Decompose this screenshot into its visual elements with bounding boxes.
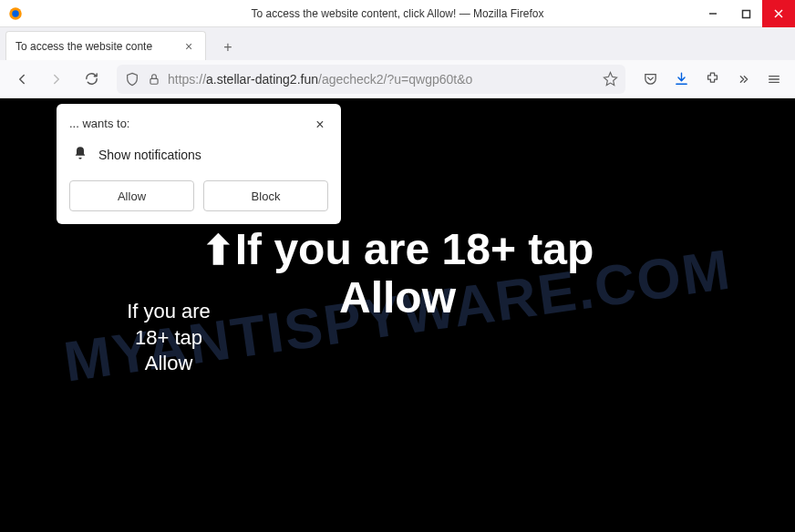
svg-rect-3 [742,10,749,17]
window-title: To access the website content, click All… [252,7,544,20]
close-button[interactable] [762,0,795,27]
notification-close-icon[interactable]: × [312,117,328,133]
reload-button[interactable] [77,65,106,94]
download-icon[interactable] [667,66,695,93]
pocket-icon[interactable] [636,66,664,93]
allow-button[interactable]: Allow [69,180,194,211]
svg-rect-6 [150,78,158,84]
minimize-button[interactable] [697,0,729,27]
block-button[interactable]: Block [203,180,328,211]
url-bar[interactable]: https://a.stellar-dating2.fun/agecheck2/… [117,65,625,94]
menu-icon[interactable] [760,66,788,93]
extensions-icon[interactable] [698,66,726,93]
back-button[interactable] [7,65,36,94]
tab-close-icon[interactable]: × [181,39,196,54]
sub-message: If you are 18+ tap Allow [119,299,219,377]
maximize-button[interactable] [729,0,762,27]
firefox-icon [7,5,24,22]
overflow-icon[interactable] [729,66,757,93]
notification-text: Show notifications [98,148,201,162]
tab-bar: To access the website conte × + [0,27,795,60]
tab-title: To access the website conte [15,40,181,53]
toolbar-right-icons [636,66,788,93]
browser-toolbar: https://a.stellar-dating2.fun/agecheck2/… [0,60,795,98]
star-icon[interactable] [602,71,618,87]
notification-permission-popup: ... wants to: × Show notifications Allow… [57,104,341,224]
browser-tab[interactable]: To access the website conte × [5,31,206,60]
new-tab-button[interactable]: + [215,35,241,60]
main-message: ⬆If you are 18+ tap Allow [201,226,594,322]
arrow-up-icon: ⬆ [201,229,235,272]
page-content: MYANTISPYWARE.COM ⬆If you are 18+ tap Al… [0,98,795,532]
lock-icon[interactable] [146,71,162,87]
notification-origin: ... wants to: [69,117,129,130]
url-text: https://a.stellar-dating2.fun/agecheck2/… [168,72,596,87]
shield-icon[interactable] [124,71,140,87]
svg-point-1 [12,10,19,17]
bell-icon [73,146,88,164]
window-titlebar: To access the website content, click All… [0,0,795,27]
window-controls [697,0,795,27]
forward-button[interactable] [42,65,71,94]
